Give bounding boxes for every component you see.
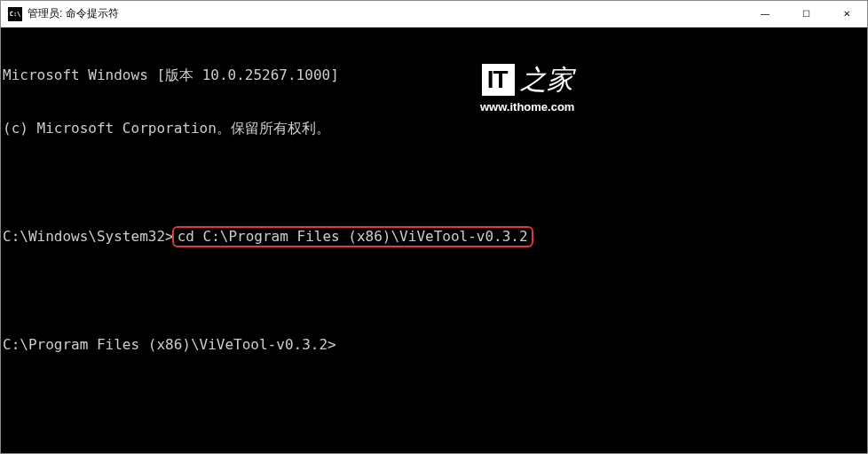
version-line: Microsoft Windows [版本 10.0.25267.1000] <box>3 67 865 84</box>
prompt-line-1: C:\Windows\System32>cd C:\Program Files … <box>3 226 865 247</box>
window: C:\ 管理员: 命令提示符 — ☐ ✕ Microsoft Windows [… <box>0 0 868 454</box>
maximize-icon: ☐ <box>802 9 810 19</box>
blank-line-2 <box>3 283 865 301</box>
terminal-area[interactable]: Microsoft Windows [版本 10.0.25267.1000] (… <box>1 27 867 453</box>
prompt-line-2: C:\Program Files (x86)\ViVeTool-v0.3.2> <box>3 336 865 354</box>
prompt-path-1: C:\Windows\System32> <box>3 228 174 246</box>
window-title: 管理员: 命令提示符 <box>28 6 745 21</box>
cmd-icon: C:\ <box>8 7 22 21</box>
minimize-icon: — <box>761 9 769 19</box>
window-controls: — ☐ ✕ <box>745 1 867 27</box>
close-button[interactable]: ✕ <box>826 1 867 27</box>
blank-line <box>3 173 865 191</box>
titlebar[interactable]: C:\ 管理员: 命令提示符 — ☐ ✕ <box>1 1 867 27</box>
close-icon: ✕ <box>843 9 850 19</box>
cursor <box>336 338 343 352</box>
prompt-path-2: C:\Program Files (x86)\ViVeTool-v0.3.2> <box>3 336 336 354</box>
copyright-line: (c) Microsoft Corporation。保留所有权利。 <box>3 120 865 137</box>
maximize-button[interactable]: ☐ <box>785 1 826 27</box>
minimize-button[interactable]: — <box>745 1 785 27</box>
watermark-url: www.ithome.com <box>480 100 574 114</box>
highlighted-command: cd C:\Program Files (x86)\ViVeTool-v0.3.… <box>172 226 533 247</box>
